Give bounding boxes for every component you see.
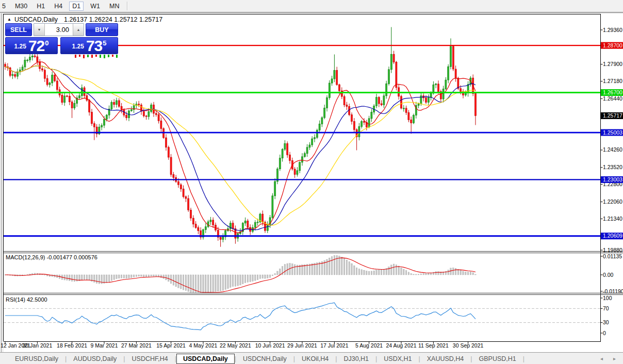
tick-bar bbox=[100, 55, 101, 58]
macd-histogram-bar bbox=[391, 265, 392, 275]
macd-histogram-bar bbox=[361, 270, 363, 275]
macd-histogram-bar bbox=[178, 275, 179, 288]
chart-tab-usdchf-h4[interactable]: USDCHF,H4 bbox=[125, 354, 175, 363]
macd-histogram-bar bbox=[198, 275, 199, 292]
macd-histogram-bar bbox=[141, 275, 142, 276]
macd-label: MACD(12,26,9) -0.001477 0.000576 bbox=[6, 254, 97, 260]
level-price-badge: 1.23003 bbox=[603, 176, 622, 183]
timeframe-button-5[interactable]: 5 bbox=[1, 2, 7, 10]
chart-tab-usdcad-daily[interactable]: USDCAD,Daily bbox=[176, 354, 235, 364]
sell-price-small: 1.25 bbox=[14, 43, 26, 50]
tab-scroll-left-icon[interactable]: ◂ bbox=[600, 356, 603, 361]
macd-histogram-bar bbox=[265, 275, 266, 278]
macd-histogram-bar bbox=[207, 275, 209, 292]
macd-histogram-bar bbox=[269, 275, 271, 277]
macd-histogram-bar bbox=[222, 275, 224, 290]
macd-histogram-bar bbox=[116, 275, 118, 279]
macd-histogram-bar bbox=[181, 275, 182, 289]
macd-histogram-bar bbox=[153, 275, 155, 276]
macd-histogram-bar bbox=[334, 255, 335, 275]
chart-tab-gbpusd-h1[interactable]: GBPUSD,H1 bbox=[472, 354, 523, 363]
date-tick-label: 30 Sep 2021 bbox=[453, 342, 484, 349]
buy-button[interactable]: BUY bbox=[86, 23, 118, 36]
macd-histogram-bar bbox=[151, 275, 152, 276]
macd-histogram-bar bbox=[67, 275, 68, 280]
tick-bar bbox=[104, 55, 105, 58]
macd-histogram-bar bbox=[413, 274, 415, 275]
timeframe-button-h1[interactable]: H1 bbox=[36, 2, 46, 10]
date-tick-label: 22 May 2021 bbox=[220, 342, 251, 349]
collapse-panel-icon[interactable]: ▲ bbox=[7, 17, 11, 22]
macd-histogram-bar bbox=[312, 263, 313, 275]
volume-increase-button[interactable]: ▴ bbox=[73, 24, 84, 36]
macd-histogram-bar bbox=[156, 275, 157, 276]
macd-histogram-bar bbox=[329, 258, 331, 275]
tick-bar bbox=[87, 55, 89, 57]
macd-histogram-bar bbox=[166, 275, 167, 280]
tick-volume-strip bbox=[75, 55, 118, 58]
level-price-badge: 1.20609 bbox=[603, 233, 622, 239]
macd-histogram-bar bbox=[128, 275, 130, 278]
macd-histogram-bar bbox=[267, 275, 269, 278]
tick-bar bbox=[108, 55, 109, 57]
macd-histogram-bar bbox=[287, 263, 288, 275]
timeframe-button-mn[interactable]: MN bbox=[108, 2, 120, 10]
symbol-period-label: USDCAD,Daily bbox=[14, 16, 58, 23]
date-tick-label: 9 Mar 2021 bbox=[90, 342, 118, 349]
macd-histogram-bar bbox=[475, 274, 477, 275]
chart-tab-ukoil-h4[interactable]: UKOil,H4 bbox=[295, 354, 335, 363]
price-tick-label: 1.21340 bbox=[603, 216, 622, 222]
volume-field[interactable]: 3.00 bbox=[45, 24, 73, 36]
macd-histogram-bar bbox=[111, 275, 112, 280]
macd-histogram-bar bbox=[405, 271, 407, 275]
buy-price-display[interactable]: 1.25 73 5 bbox=[60, 37, 118, 54]
timeframe-button-h4[interactable]: H4 bbox=[53, 2, 63, 10]
macd-histogram-bar bbox=[457, 269, 459, 275]
price-tick-label: 1.27900 bbox=[603, 61, 622, 67]
volume-decrease-button[interactable]: ▾ bbox=[34, 24, 45, 36]
price-tick-label: 1.29360 bbox=[603, 27, 622, 33]
macd-histogram-bar bbox=[240, 275, 241, 285]
chart-tab-xauusd-h4[interactable]: XAUUSD,H4 bbox=[420, 354, 471, 363]
macd-histogram-bar bbox=[230, 275, 232, 287]
macd-histogram-bar bbox=[94, 275, 95, 283]
macd-histogram-bar bbox=[46, 275, 48, 276]
ohlc-readout: 1.26137 1.26224 1.25712 1.25717 bbox=[64, 16, 162, 23]
macd-histogram-bar bbox=[304, 264, 306, 275]
chart-tab-usdx-h1[interactable]: USDX,H1 bbox=[377, 354, 418, 363]
tab-scroll-right-icon[interactable]: ▸ bbox=[613, 356, 616, 361]
macd-histogram-bar bbox=[467, 272, 469, 275]
macd-histogram-bar bbox=[138, 275, 140, 276]
macd-histogram-bar bbox=[121, 275, 122, 278]
macd-histogram-bar bbox=[119, 275, 120, 278]
macd-histogram-bar bbox=[86, 275, 88, 280]
macd-histogram-bar bbox=[416, 274, 417, 275]
price-tick-label: 1.26440 bbox=[603, 95, 622, 102]
chart-tab-dj30-h1[interactable]: DJ30,H1 bbox=[337, 354, 375, 363]
sell-button[interactable]: SELL bbox=[5, 23, 32, 36]
sell-price-display[interactable]: 1.25 72 0 bbox=[5, 37, 58, 54]
chart-tab-audusd-daily[interactable]: AUDUSD,Daily bbox=[67, 354, 123, 363]
macd-histogram-bar bbox=[99, 275, 100, 284]
macd-histogram-bar bbox=[284, 264, 286, 275]
macd-histogram-bar bbox=[255, 275, 256, 280]
macd-histogram-bar bbox=[262, 275, 264, 278]
macd-histogram-bar bbox=[69, 275, 71, 280]
timeframe-button-d1[interactable]: D1 bbox=[69, 2, 84, 11]
chart-tab-usdcnh-daily[interactable]: USDCNH,Daily bbox=[236, 354, 293, 363]
macd-scale-label: -0.01190 bbox=[603, 288, 623, 294]
chart-tab-eurusd-daily[interactable]: EURUSD,Daily bbox=[8, 354, 65, 363]
macd-histogram-bar bbox=[205, 275, 207, 292]
macd-histogram-bar bbox=[210, 275, 211, 292]
macd-histogram-bar bbox=[272, 275, 273, 276]
macd-histogram-bar bbox=[376, 270, 378, 275]
macd-histogram-bar bbox=[314, 263, 316, 275]
timeframe-button-m30[interactable]: M30 bbox=[14, 2, 28, 10]
macd-histogram-bar bbox=[401, 268, 402, 275]
macd-histogram-bar bbox=[430, 273, 432, 275]
macd-histogram-bar bbox=[455, 268, 456, 275]
macd-histogram-bar bbox=[183, 275, 184, 290]
date-tick-label: 11 Sep 2021 bbox=[418, 342, 449, 349]
timeframe-button-w1[interactable]: W1 bbox=[89, 2, 101, 10]
price-tick-label: 1.22060 bbox=[603, 198, 622, 205]
